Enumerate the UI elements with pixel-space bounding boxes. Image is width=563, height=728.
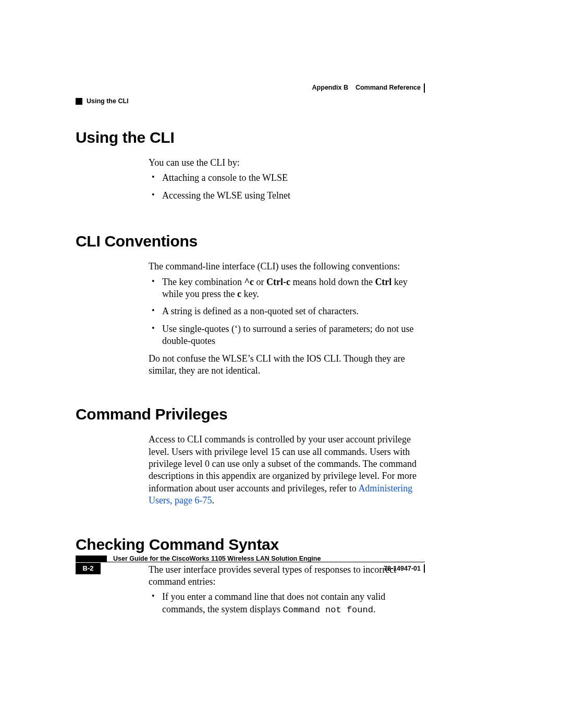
conventions-trailer: Do not confuse the WLSE’s CLI with the I… <box>149 353 425 377</box>
page-number: B-2 <box>76 563 101 575</box>
running-header-right: Appendix B Command Reference <box>312 83 425 93</box>
appendix-title: Command Reference <box>356 84 421 91</box>
syntax-list: If you enter a command line that does no… <box>149 591 425 615</box>
body-privileges: Access to CLI commands is controlled by … <box>149 434 425 507</box>
heading-conventions: CLI Conventions <box>76 231 425 251</box>
section-breadcrumb: Using the CLI <box>87 97 129 105</box>
list-item: A string is defined as a non-quoted set … <box>149 305 425 317</box>
list-item: If you enter a command line that does no… <box>149 591 425 615</box>
conventions-intro: The command-line interface (CLI) uses th… <box>149 261 425 273</box>
footer-bar-icon <box>76 556 107 562</box>
conventions-list: The key combination ^c or Ctrl-c means h… <box>149 276 425 348</box>
heading-using-cli: Using the CLI <box>76 127 425 147</box>
header-marker-icon <box>76 98 82 105</box>
privileges-paragraph: Access to CLI commands is controlled by … <box>149 434 425 507</box>
document-number: 78-14947-01 <box>384 564 425 573</box>
footer-second-row: B-2 78-14947-01 <box>76 562 425 575</box>
using-cli-intro: You can use the CLI by: <box>149 157 425 169</box>
list-item: The key combination ^c or Ctrl-c means h… <box>149 276 425 301</box>
heading-privileges: Command Privileges <box>76 404 425 424</box>
heading-syntax: Checking Command Syntax <box>76 534 425 554</box>
list-item: Accessing the WLSE using Telnet <box>149 190 425 202</box>
list-item: Attaching a console to the WLSE <box>149 172 425 184</box>
footer-title-row: User Guide for the CiscoWorks 1105 Wirel… <box>76 552 425 562</box>
page-footer: User Guide for the CiscoWorks 1105 Wirel… <box>76 552 425 575</box>
running-header-left: Using the CLI <box>76 97 129 105</box>
footer-guide-title: User Guide for the CiscoWorks 1105 Wirel… <box>113 556 321 562</box>
using-cli-list: Attaching a console to the WLSE Accessin… <box>149 172 425 202</box>
appendix-label: Appendix B <box>312 84 348 91</box>
code-command-not-found: Command not found <box>283 605 373 615</box>
list-item: Use single-quotes (‘) to surround a seri… <box>149 323 425 348</box>
page-content: Using the CLI You can use the CLI by: At… <box>76 127 425 621</box>
body-conventions: The command-line interface (CLI) uses th… <box>149 261 425 377</box>
body-using-cli: You can use the CLI by: Attaching a cons… <box>149 157 425 202</box>
